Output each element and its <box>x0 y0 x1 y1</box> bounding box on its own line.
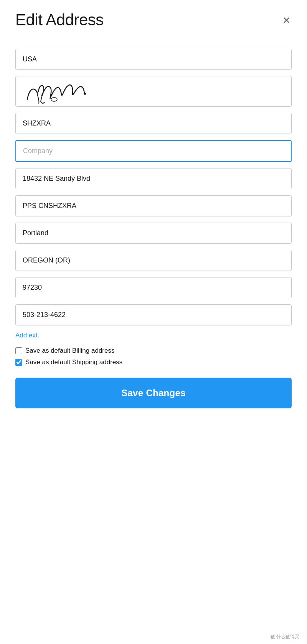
address2-input[interactable] <box>15 195 292 216</box>
shipping-checkbox-item[interactable]: Save as default Shipping address <box>15 358 292 366</box>
last-name-field <box>15 113 292 134</box>
billing-checkbox-item[interactable]: Save as default Billing address <box>15 347 292 355</box>
zip-field <box>15 277 292 298</box>
modal-header: Edit Address × <box>0 0 307 37</box>
city-input[interactable] <box>15 223 292 244</box>
signature-svg <box>20 78 96 105</box>
edit-address-modal: Edit Address × <box>0 0 307 644</box>
svg-point-0 <box>51 97 57 101</box>
state-field <box>15 250 292 271</box>
last-name-input[interactable] <box>15 113 292 134</box>
state-input[interactable] <box>15 250 292 271</box>
modal-body: Add ext. Save as default Billing address… <box>0 49 307 424</box>
zip-input[interactable] <box>15 277 292 298</box>
shipping-label: Save as default Shipping address <box>25 358 122 366</box>
billing-checkbox[interactable] <box>15 347 22 354</box>
address2-field <box>15 195 292 216</box>
watermark: 值 什么值得买 <box>271 634 299 640</box>
address1-input[interactable] <box>15 168 292 189</box>
billing-label: Save as default Billing address <box>25 347 114 355</box>
signature-field <box>15 76 292 107</box>
shipping-checkbox[interactable] <box>15 359 22 366</box>
phone-input[interactable] <box>15 304 292 325</box>
modal-title: Edit Address <box>15 11 104 29</box>
save-changes-button[interactable]: Save Changes <box>15 378 292 408</box>
checkbox-group: Save as default Billing address Save as … <box>15 347 292 366</box>
country-field <box>15 49 292 70</box>
phone-field <box>15 304 292 325</box>
header-divider <box>0 37 307 37</box>
company-field <box>15 140 292 162</box>
city-field <box>15 223 292 244</box>
close-button[interactable]: × <box>281 12 292 28</box>
company-input[interactable] <box>15 140 292 162</box>
add-ext-link[interactable]: Add ext. <box>15 332 39 339</box>
country-input[interactable] <box>15 49 292 70</box>
address1-field <box>15 168 292 189</box>
